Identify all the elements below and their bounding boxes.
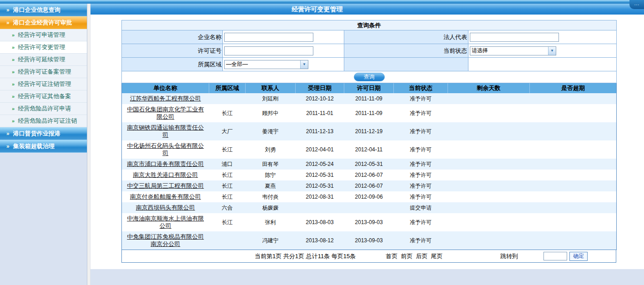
sidebar-subitem-license-renewal[interactable]: »经营许可延续管理 <box>0 54 87 66</box>
legal-rep-label: 法人代表 <box>344 30 468 44</box>
cell-contact: 杨媛媛 <box>246 202 296 213</box>
region-select[interactable]: —全部— ▼ <box>224 60 308 69</box>
cell-contact: 田有琴 <box>246 159 296 170</box>
sidebar-subitem-license-apply[interactable]: »经营许可申请管理 <box>0 29 87 41</box>
cell-days-left <box>448 159 530 170</box>
cell-accept-date: 2013-08-03 <box>296 213 344 231</box>
cell-contact: 张利 <box>246 213 296 231</box>
cell-status: 提交申请 <box>394 202 448 213</box>
pager-prev[interactable]: 前页 <box>401 252 413 260</box>
company-name-link[interactable]: 南京西坝码头有限公司 <box>136 204 195 211</box>
cell-name: 南京付炎船舶服务有限公司 <box>122 191 209 202</box>
sidebar-subitem-license-change[interactable]: »经营许可变更管理 <box>0 41 87 54</box>
sidebar-item-enterprise-info-query[interactable]: »港口企业信息查询 <box>0 4 87 16</box>
company-name-link[interactable]: 南京大胜关港口有限公司 <box>133 171 198 178</box>
cell-overdue <box>530 104 617 122</box>
search-button[interactable]: 查询 <box>354 73 385 81</box>
grip-dots-icon: ⋯ <box>634 2 639 8</box>
pager-last[interactable]: 尾页 <box>431 252 443 260</box>
table-row: 中海油南京顺海水上供油有限公司长江张利2013-08-032013-09-03准… <box>122 213 617 231</box>
cell-name: 江苏华西船务工程有限公司 <box>122 93 209 104</box>
status-select[interactable]: 请选择 ▼ <box>470 46 556 55</box>
menu-item-label: 经营许可延续管理 <box>18 55 65 64</box>
sidebar-item-general-cargo-report[interactable]: »港口普货作业报港 <box>0 127 87 140</box>
cell-name: 中国石化集团南京化学工业有限公司 <box>122 104 209 122</box>
company-name-link[interactable]: 中免集团江苏免税品有限公司南京分公司 <box>127 233 204 247</box>
cell-license-date: 2011-11-09 <box>344 93 394 104</box>
license-no-cell <box>223 44 344 58</box>
company-name-input[interactable] <box>224 33 313 42</box>
cell-contact: 陈宁 <box>246 170 296 180</box>
cell-overdue <box>530 213 617 231</box>
company-name-link[interactable]: 江苏华西船务工程有限公司 <box>130 95 201 102</box>
cell-days-left <box>448 202 530 213</box>
cell-status: 准予许可 <box>394 140 448 159</box>
submenu-arrow-icon: » <box>12 94 15 99</box>
cell-status: 准予许可 <box>394 93 448 104</box>
column-header: 单位名称 <box>122 83 209 93</box>
jump-label: 跳转到 <box>500 252 518 260</box>
cell-days-left <box>448 191 530 202</box>
company-name-link[interactable]: 南京钢铁四通运输有限责任公司 <box>127 124 204 138</box>
cell-region: 长江 <box>209 170 246 180</box>
confirm-button[interactable]: 确定 <box>569 252 588 261</box>
cell-accept-date: 2013-08-12 <box>296 231 344 250</box>
cell-overdue <box>530 180 617 191</box>
sidebar-subitem-dangerous-goods-cancel[interactable]: »经营危险品许可证注销 <box>0 115 87 127</box>
cell-contact: 刘廷刚 <box>246 93 296 104</box>
license-no-input[interactable] <box>224 46 313 55</box>
column-header: 许可日期 <box>344 83 394 93</box>
jump-page-input[interactable] <box>543 252 567 260</box>
cell-license-date: 2013-09-03 <box>344 231 394 250</box>
cell-accept-date <box>296 202 344 213</box>
sidebar-menu: »港口企业信息查询»港口企业经营许可审批»经营许可申请管理»经营许可变更管理»经… <box>0 4 87 153</box>
sidebar-filler <box>0 153 87 285</box>
top-frame-bar <box>0 0 644 4</box>
table-row: 南京钢铁四通运输有限责任公司大厂姜漫宇2011-12-132011-12-19准… <box>122 122 617 140</box>
company-name-link[interactable]: 中化扬州石化码头仓储有限公司 <box>127 142 204 156</box>
menu-item-label: 经营危险品许可证注销 <box>18 117 77 125</box>
sidebar-subitem-license-record[interactable]: »经营许可证备案管理 <box>0 66 87 78</box>
legal-rep-input[interactable] <box>470 33 559 42</box>
empty-label-cell <box>344 58 468 71</box>
company-name-link[interactable]: 中国石化集团南京化学工业有限公司 <box>127 106 204 120</box>
empty-field-cell <box>468 58 617 71</box>
query-form: 查询条件 企业名称 法人代表 <box>121 20 617 83</box>
sidebar-item-container-overload[interactable]: »集装箱超载治理 <box>0 140 87 153</box>
table-row: 江苏华西船务工程有限公司刘廷刚2012-10-122011-11-09准予许可 <box>122 93 617 104</box>
company-name-link[interactable]: 南京市浦口港务有限责任公司 <box>127 160 204 167</box>
search-button-row: 查询 <box>122 71 617 83</box>
cell-region: 浦口 <box>209 159 246 170</box>
sidebar-splitter[interactable] <box>87 4 91 285</box>
pager-next[interactable]: 后页 <box>416 252 428 260</box>
submenu-arrow-icon: » <box>12 69 15 75</box>
cell-contact: 韦付炎 <box>246 191 296 202</box>
cell-status: 准予许可 <box>394 104 448 122</box>
cell-region <box>209 231 246 250</box>
table-row: 南京市浦口港务有限责任公司浦口田有琴2012-05-242012-05-31准予… <box>122 159 617 170</box>
cell-license-date <box>344 202 394 213</box>
panel-collapse-handle[interactable]: ⋯ <box>629 0 644 9</box>
company-name-link[interactable]: 中交三航局第三工程有限公司 <box>127 182 204 189</box>
menu-item-label: 经营危险品许可申请 <box>18 105 71 113</box>
cell-contact: 冯建宁 <box>246 231 296 250</box>
cell-accept-date: 2012-04-01 <box>296 140 344 159</box>
cell-name: 中海油南京顺海水上供油有限公司 <box>122 213 209 231</box>
cell-name: 中化扬州石化码头仓储有限公司 <box>122 140 209 159</box>
submenu-arrow-icon: » <box>12 118 15 124</box>
cell-overdue <box>530 122 617 140</box>
submenu-arrow-icon: » <box>12 45 15 50</box>
column-header: 当前状态 <box>394 83 448 93</box>
page-jump-group: 跳转到 确定 <box>500 252 588 261</box>
company-name-link[interactable]: 中海油南京顺海水上供油有限公司 <box>127 215 204 229</box>
sidebar-subitem-license-cancel[interactable]: »经营许可证注销管理 <box>0 78 87 90</box>
company-name-link[interactable]: 南京付炎船舶服务有限公司 <box>130 193 201 200</box>
cell-license-date: 2011-11-09 <box>344 104 394 122</box>
sidebar-subitem-dangerous-goods-apply[interactable]: »经营危险品许可申请 <box>0 103 87 115</box>
column-header: 联系人 <box>246 83 296 93</box>
query-form-title: 查询条件 <box>122 20 617 30</box>
cell-name: 南京西坝码头有限公司 <box>122 202 209 213</box>
pager-first[interactable]: 首页 <box>386 252 397 260</box>
sidebar-item-license-approval[interactable]: »港口企业经营许可审批 <box>0 16 87 29</box>
sidebar-subitem-license-other-record[interactable]: »经营许可证其他备案 <box>0 90 87 103</box>
